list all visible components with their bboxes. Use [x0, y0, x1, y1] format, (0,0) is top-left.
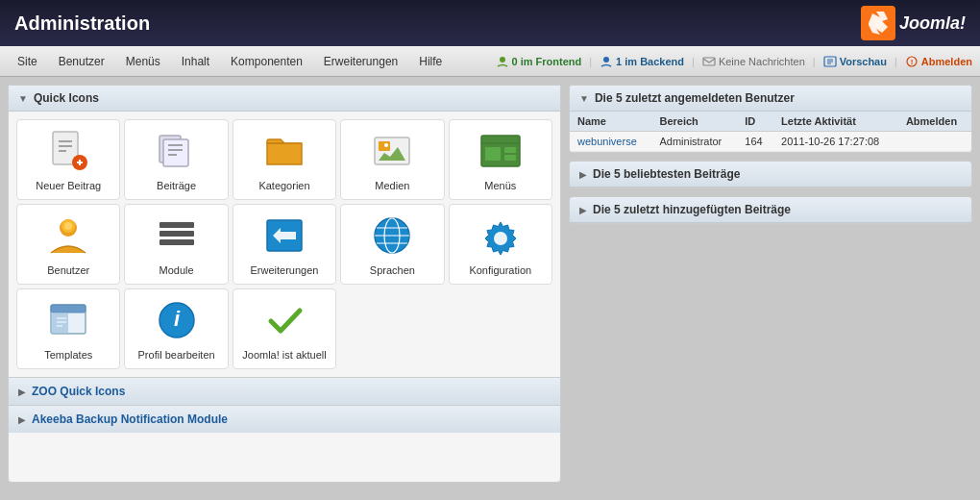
left-panel: ▼ Quick Icons Neuer Beitrag Beiträge — [8, 85, 561, 483]
zoo-arrow: ▶ — [18, 387, 26, 397]
svg-text:i: i — [174, 307, 181, 331]
icon-templates[interactable]: Templates — [16, 288, 120, 369]
right-panel: ▼ Die 5 zuletzt angemeldeten Benutzer Na… — [569, 85, 972, 483]
popular-posts-header[interactable]: ▶ Die 5 beliebtesten Beiträge — [570, 162, 971, 188]
joomla-aktuell-icon — [261, 297, 307, 343]
joomla-logo: Joomla! — [861, 6, 966, 40]
svg-rect-16 — [485, 147, 501, 161]
recent-users-table: Name Bereich ID Letzte Aktivität Abmelde… — [570, 112, 971, 152]
menus-icon — [478, 128, 524, 174]
konfiguration-icon — [478, 212, 524, 259]
recent-users-header[interactable]: ▼ Die 5 zuletzt angemeldeten Benutzer — [570, 86, 971, 112]
app-header: Administration Joomla! — [0, 0, 980, 46]
akeeba-section: ▶ Akeeba Backup Notification Module — [9, 405, 560, 433]
icon-beitraege[interactable]: Beiträge — [124, 119, 228, 200]
konfiguration-label: Konfiguration — [469, 264, 531, 276]
icon-profil[interactable]: i Profil bearbeiten — [124, 288, 228, 369]
col-abmelden: Abmelden — [898, 112, 971, 132]
nav-site[interactable]: Site — [8, 50, 47, 73]
templates-icon — [45, 297, 91, 343]
preview-link[interactable]: Vorschau — [823, 55, 887, 68]
svg-rect-13 — [379, 141, 390, 151]
svg-rect-23 — [159, 231, 194, 237]
nav-menus[interactable]: Menüs — [116, 50, 170, 73]
icons-grid: Neuer Beitrag Beiträge Kategorien — [9, 112, 560, 377]
frontend-users-badge: 0 im Frontend — [496, 55, 582, 68]
footer: Joomla® ist freie, unter der GNU/GPL-Liz… — [0, 490, 980, 500]
icon-sprachen[interactable]: Sprachen — [340, 204, 444, 285]
nav-right-actions: 0 im Frontend | 1 im Backend | Keine Nac… — [496, 55, 972, 68]
akeeba-arrow: ▶ — [18, 414, 26, 425]
user-abmelden — [898, 132, 971, 152]
user-id: 164 — [737, 132, 773, 152]
separator3: | — [813, 56, 816, 67]
svg-rect-4 — [703, 58, 715, 65]
logout-button[interactable]: ! Abmelden — [905, 55, 972, 68]
envelope-icon — [702, 55, 716, 68]
sprachen-icon — [369, 212, 415, 259]
akeeba-title: Akeeba Backup Notification Module — [32, 412, 228, 426]
svg-rect-18 — [504, 155, 516, 161]
main-content: ▼ Quick Icons Neuer Beitrag Beiträge — [0, 77, 980, 490]
neuer-beitrag-label: Neuer Beitrag — [36, 180, 101, 191]
joomla-aktuell-label: Joomla! ist aktuell — [242, 349, 326, 361]
logout-icon: ! — [905, 55, 919, 68]
svg-rect-11 — [163, 139, 188, 166]
recent-posts-arrow: ▶ — [579, 205, 587, 215]
svg-rect-22 — [159, 222, 194, 228]
app-title: Administration — [14, 12, 150, 35]
menus-label: Menüs — [484, 180, 516, 191]
svg-rect-31 — [51, 312, 68, 334]
quick-icons-header[interactable]: ▼ Quick Icons — [9, 86, 560, 112]
profil-label: Profil bearbeiten — [138, 349, 215, 361]
nav-menu: Site Benutzer Menüs Inhalt Komponenten E… — [8, 50, 452, 73]
popular-posts-title: Die 5 beliebtesten Beiträge — [593, 167, 740, 181]
recent-users-section: ▼ Die 5 zuletzt angemeldeten Benutzer Na… — [569, 85, 972, 153]
akeeba-header[interactable]: ▶ Akeeba Backup Notification Module — [9, 406, 560, 433]
nav-inhalt[interactable]: Inhalt — [172, 50, 219, 73]
col-bereich: Bereich — [651, 112, 737, 132]
recent-posts-title: Die 5 zuletzt hinzugefügten Beiträge — [593, 203, 791, 216]
svg-rect-17 — [504, 147, 516, 153]
icon-konfiguration[interactable]: Konfiguration — [449, 204, 552, 285]
icon-benutzer[interactable]: Benutzer — [16, 204, 120, 285]
recent-posts-header[interactable]: ▶ Die 5 zuletzt hinzugefügten Beiträge — [570, 197, 971, 223]
icon-joomla-aktuell[interactable]: Joomla! ist aktuell — [233, 288, 336, 369]
svg-point-14 — [384, 143, 388, 147]
user-name[interactable]: webuniverse — [570, 132, 651, 152]
recent-users-title: Die 5 zuletzt angemeldeten Benutzer — [595, 91, 795, 105]
benutzer-label: Benutzer — [47, 264, 89, 276]
icon-neuer-beitrag[interactable]: Neuer Beitrag — [16, 119, 120, 200]
user-aktivitaet: 2011-10-26 17:27:08 — [773, 132, 898, 152]
zoo-title: ZOO Quick Icons — [32, 385, 125, 398]
nav-benutzer[interactable]: Benutzer — [49, 50, 114, 73]
user-icon — [496, 55, 509, 68]
popular-posts-arrow: ▶ — [579, 169, 587, 180]
kategorien-label: Kategorien — [258, 180, 309, 191]
erweiterungen-icon — [261, 212, 307, 259]
nav-komponenten[interactable]: Komponenten — [221, 50, 312, 73]
templates-label: Templates — [44, 349, 92, 361]
svg-point-21 — [64, 222, 72, 230]
nav-erweiterungen[interactable]: Erweiterungen — [314, 50, 407, 73]
icon-menus[interactable]: Menüs — [449, 119, 552, 200]
quick-icons-arrow: ▼ — [18, 93, 28, 104]
icon-kategorien[interactable]: Kategorien — [233, 119, 336, 200]
separator1: | — [589, 56, 592, 67]
svg-point-3 — [603, 57, 609, 62]
zoo-header[interactable]: ▶ ZOO Quick Icons — [9, 378, 560, 405]
icon-module[interactable]: Module — [124, 204, 228, 285]
neuer-beitrag-icon — [45, 128, 91, 174]
messages-badge[interactable]: Keine Nachrichten — [702, 55, 805, 68]
module-icon — [154, 212, 200, 259]
medien-icon — [369, 128, 415, 174]
svg-point-2 — [500, 57, 505, 62]
table-row: webuniverse Administrator 164 2011-10-26… — [570, 132, 971, 152]
nav-hilfe[interactable]: Hilfe — [409, 50, 452, 73]
profil-icon: i — [154, 297, 200, 343]
icon-erweiterungen[interactable]: Erweiterungen — [233, 204, 336, 285]
sprachen-label: Sprachen — [370, 264, 415, 276]
recent-posts-section: ▶ Die 5 zuletzt hinzugefügten Beiträge — [569, 196, 972, 224]
user-blue-icon — [600, 55, 613, 68]
icon-medien[interactable]: Medien — [340, 119, 444, 200]
